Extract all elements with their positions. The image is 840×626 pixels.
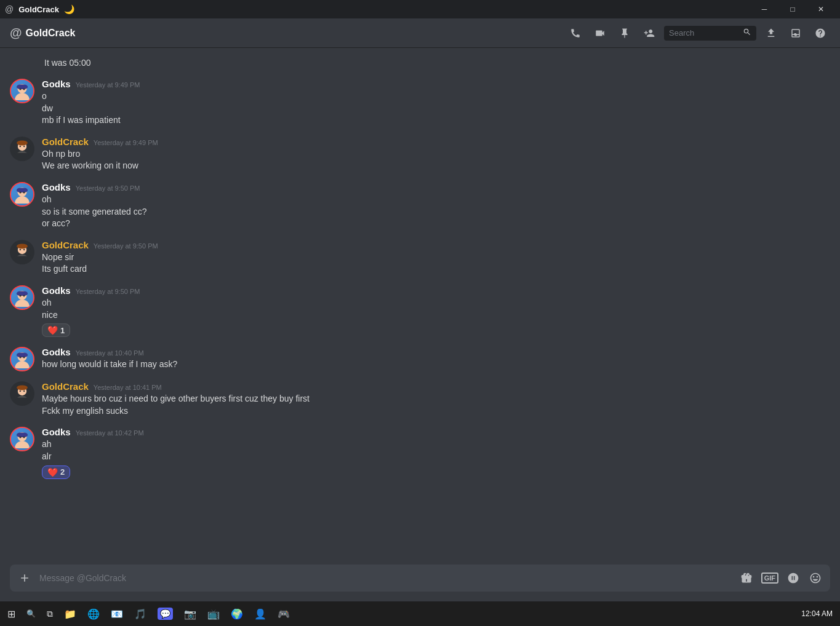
message-text: oh [42, 297, 830, 309]
maximize-button[interactable]: □ [778, 0, 807, 18]
svg-rect-13 [17, 188, 28, 192]
svg-point-8 [20, 146, 21, 147]
message-header: Godks Yesterday at 10:42 PM [42, 427, 830, 437]
close-button[interactable]: ✕ [807, 0, 835, 18]
username-godks[interactable]: Godks [42, 427, 71, 437]
svg-rect-3 [17, 85, 28, 90]
app-icon: @ [5, 4, 14, 14]
topbar-actions [566, 23, 830, 43]
video-button[interactable] [590, 23, 610, 43]
avatar-goldcrack[interactable] [10, 240, 34, 264]
message-text: oh [42, 194, 830, 206]
taskbar-search[interactable]: 🔍 [22, 603, 41, 625]
taskbar-game[interactable]: 🎮 [273, 603, 295, 625]
reaction-heart-1[interactable]: ❤️ 1 [42, 323, 70, 337]
titlebar: @ GoldCrack 🌙 ─ □ ✕ [0, 0, 840, 18]
taskbar-chrome[interactable]: 🌐 [82, 603, 105, 625]
music-icon: 🎵 [134, 608, 146, 620]
svg-point-27 [15, 361, 30, 368]
message-content: Godks Yesterday at 9:50 PM oh so is it s… [42, 182, 830, 230]
svg-point-19 [23, 249, 25, 250]
globe-icon: 🌍 [231, 608, 243, 620]
message-group: Godks Yesterday at 9:50 PM oh nice ❤️ 1 [10, 284, 830, 338]
taskbar-video[interactable]: 📺 [202, 603, 225, 625]
message-text: Maybe hours bro cuz i need to give other… [42, 393, 830, 405]
taskbar-discord[interactable]: 💬 [153, 603, 178, 625]
message-header: Godks Yesterday at 10:40 PM [42, 347, 830, 357]
channel-name-label: GoldCrack [26, 28, 76, 39]
search-box[interactable] [664, 26, 756, 41]
reaction-area: ❤️ 1 [42, 321, 830, 337]
svg-point-9 [23, 146, 25, 147]
username-godks[interactable]: Godks [42, 347, 71, 357]
call-button[interactable] [566, 23, 585, 43]
message-text: mb if I was impatient [42, 114, 830, 127]
taskbar-user[interactable]: 👤 [249, 603, 271, 625]
message-text: o [42, 90, 830, 103]
emoji-button[interactable] [806, 568, 825, 588]
gift-button[interactable] [737, 568, 756, 588]
message-text: Oh np bro [42, 148, 830, 160]
minimize-button[interactable]: ─ [750, 0, 778, 18]
message-group: Godks Yesterday at 9:49 PM o dw mb if I … [10, 77, 830, 128]
pin-button[interactable] [615, 23, 634, 43]
message-header: GoldCrack Yesterday at 9:50 PM [42, 240, 830, 250]
taskbar-explorer[interactable]: 📁 [59, 603, 81, 625]
svg-point-22 [15, 299, 30, 307]
svg-point-30 [23, 357, 25, 359]
call-icon [570, 28, 581, 39]
svg-point-37 [15, 441, 30, 448]
gif-label: GIF [761, 573, 778, 584]
clock-time: 12:04 AM [801, 609, 833, 618]
taskbar-taskview[interactable]: ⧉ [42, 603, 58, 625]
download-button[interactable] [761, 23, 781, 43]
avatar-goldcrack[interactable] [10, 381, 34, 406]
help-button[interactable] [810, 23, 830, 43]
reaction-emoji: ❤️ [47, 325, 58, 335]
svg-point-1 [15, 93, 30, 100]
taskbar-camera[interactable]: 📷 [179, 603, 201, 625]
reaction-heart-2[interactable]: ❤️ 2 [42, 466, 70, 479]
channel-name: @ GoldCrack [10, 26, 75, 40]
avatar-godks[interactable] [10, 347, 34, 371]
message-text: alr [42, 451, 830, 463]
message-text: ah [42, 438, 830, 451]
username-godks[interactable]: Godks [42, 79, 71, 89]
plus-icon [18, 572, 31, 584]
topbar: @ GoldCrack [0, 18, 840, 48]
message-input[interactable] [39, 567, 732, 589]
avatar-godks[interactable] [10, 79, 34, 103]
svg-point-10 [17, 140, 28, 145]
svg-rect-28 [17, 353, 28, 358]
video-player-icon: 📺 [207, 608, 220, 620]
message-text: or acc? [42, 218, 830, 230]
username-goldcrack[interactable]: GoldCrack [42, 381, 89, 392]
timestamp: Yesterday at 10:42 PM [76, 429, 144, 437]
message-group: GoldCrack Yesterday at 10:41 PM Maybe ho… [10, 380, 830, 418]
inbox-button[interactable] [786, 23, 806, 43]
inbox-icon [790, 28, 801, 39]
search-input[interactable] [669, 28, 743, 38]
message-group: Godks Yesterday at 10:40 PM how long wou… [10, 346, 830, 373]
username-goldcrack[interactable]: GoldCrack [42, 137, 89, 147]
taskbar-globe[interactable]: 🌍 [226, 603, 248, 625]
gif-button[interactable]: GIF [759, 568, 781, 588]
username-godks[interactable]: Godks [42, 182, 71, 192]
taskbar-mail[interactable]: 📧 [106, 603, 128, 625]
avatar-goldcrack[interactable] [10, 137, 34, 161]
add-attachment-button[interactable] [15, 568, 34, 588]
username-goldcrack[interactable]: GoldCrack [42, 240, 89, 250]
message-text: Fckk my english sucks [42, 405, 830, 418]
add-friend-button[interactable] [639, 23, 659, 43]
sticker-button[interactable] [783, 568, 803, 588]
avatar-godks[interactable] [10, 285, 34, 310]
sticker-icon [787, 572, 799, 584]
avatar-godks-image [11, 80, 33, 102]
username-godks[interactable]: Godks [42, 285, 71, 296]
reaction-count: 2 [60, 467, 65, 477]
taskbar-music[interactable]: 🎵 [129, 603, 151, 625]
taskbar-start[interactable]: ⊞ [2, 603, 20, 625]
timestamp: Yesterday at 9:50 PM [76, 288, 140, 295]
avatar-godks[interactable] [10, 182, 34, 207]
avatar-godks[interactable] [10, 427, 34, 451]
